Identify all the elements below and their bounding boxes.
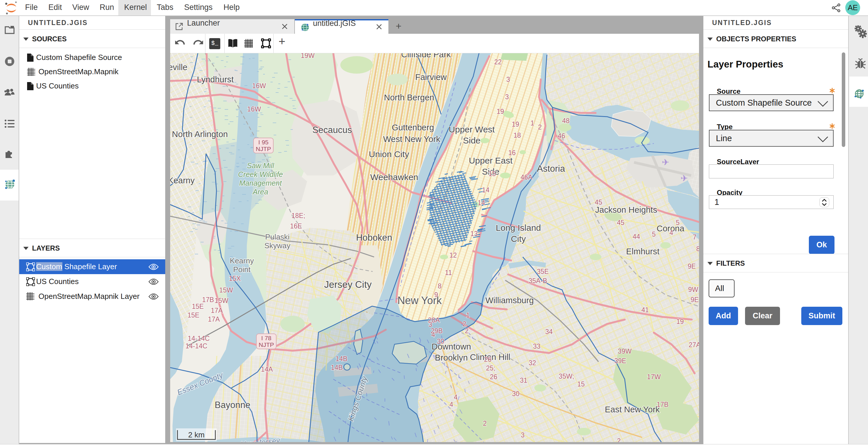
svg-text:4: 4	[450, 401, 454, 408]
svg-text:Kearny: Kearny	[170, 176, 195, 185]
svg-text:41: 41	[641, 306, 649, 314]
svg-text:Bayonne: Bayonne	[215, 400, 250, 410]
svg-text:Point: Point	[233, 265, 251, 274]
svg-text:14A: 14A	[261, 366, 273, 373]
svg-text:18E;: 18E;	[291, 212, 305, 219]
svg-text:14-14C: 14-14C	[188, 335, 210, 342]
svg-text:8: 8	[696, 245, 699, 252]
svg-text:39E: 39E	[615, 357, 626, 365]
svg-text:5: 5	[676, 219, 680, 227]
svg-text:5: 5	[652, 231, 656, 238]
svg-text:33: 33	[533, 343, 540, 350]
svg-text:Cliffside Park: Cliffside Park	[401, 53, 451, 59]
svg-text:Side: Side	[463, 136, 480, 145]
svg-text:East New York: East New York	[605, 405, 660, 414]
svg-text:Guttenberg: Guttenberg	[392, 123, 434, 132]
svg-text:30: 30	[437, 338, 444, 345]
svg-text:22: 22	[494, 58, 502, 66]
svg-text:15W: 15W	[214, 297, 228, 304]
svg-text:3: 3	[521, 431, 525, 439]
svg-text:35A-B: 35A-B	[529, 277, 547, 285]
svg-text:✈: ✈	[680, 173, 688, 183]
svg-text:46: 46	[558, 132, 565, 140]
svg-text:18: 18	[514, 132, 521, 139]
svg-text:Area: Area	[252, 188, 268, 196]
svg-text:15E: 15E	[188, 311, 199, 319]
svg-text:31: 31	[520, 377, 527, 384]
svg-text:Union City: Union City	[369, 149, 409, 159]
svg-text:44: 44	[632, 233, 640, 240]
svg-text:4: 4	[454, 393, 458, 401]
svg-text:9E: 9E	[690, 296, 699, 304]
svg-text:19: 19	[676, 318, 684, 325]
svg-text:1: 1	[531, 119, 534, 127]
svg-text:2 km: 2 km	[188, 431, 205, 439]
svg-text:19: 19	[512, 121, 519, 128]
svg-text:16W: 16W	[247, 105, 261, 113]
svg-text:Fairview: Fairview	[415, 72, 447, 82]
svg-text:Jersey City: Jersey City	[324, 279, 372, 290]
svg-text:12: 12	[449, 251, 457, 259]
svg-text:16: 16	[508, 149, 516, 157]
svg-text:Upper East: Upper East	[469, 156, 513, 165]
svg-text:9: 9	[434, 291, 438, 299]
svg-text:Skyway: Skyway	[264, 241, 290, 250]
svg-text:3: 3	[505, 93, 509, 101]
svg-text:17B: 17B	[202, 296, 214, 304]
svg-text:11: 11	[445, 269, 452, 276]
svg-text:17B: 17B	[657, 401, 669, 408]
svg-text:Jackson Heights: Jackson Heights	[595, 205, 657, 214]
svg-text:2: 2	[617, 437, 621, 442]
svg-text:North Arlington: North Arlington	[172, 130, 228, 139]
svg-text:8: 8	[438, 282, 442, 290]
svg-text:35E: 35E	[537, 268, 549, 275]
svg-text:Lyndhurst: Lyndhurst	[197, 75, 234, 84]
svg-text:Weehawken: Weehawken	[370, 172, 418, 182]
svg-text:Management: Management	[239, 179, 282, 187]
svg-text:NJTP: NJTP	[259, 341, 274, 348]
svg-text:19: 19	[496, 108, 504, 115]
svg-text:9W: 9W	[688, 286, 699, 294]
svg-text:North Bergen: North Bergen	[384, 93, 434, 102]
svg-text:17A: 17A	[211, 307, 223, 314]
svg-text:19W: 19W	[301, 53, 315, 59]
svg-text:17W: 17W	[647, 373, 661, 381]
svg-text:West New York: West New York	[383, 134, 440, 144]
svg-text:3: 3	[429, 321, 432, 328]
svg-text:15E: 15E	[192, 303, 204, 310]
svg-text:7: 7	[693, 233, 697, 241]
svg-text:eville: eville	[170, 63, 187, 72]
svg-text:15: 15	[488, 170, 496, 177]
svg-text:I 95: I 95	[258, 139, 268, 145]
svg-text:35W;: 35W;	[559, 373, 574, 380]
svg-text:15W: 15W	[219, 286, 233, 294]
svg-text:45: 45	[617, 219, 624, 227]
svg-text:4: 4	[432, 331, 435, 339]
svg-text:46A: 46A	[521, 173, 533, 181]
svg-text:9E: 9E	[688, 263, 696, 270]
svg-text:16W: 16W	[252, 82, 266, 90]
svg-text:30: 30	[512, 390, 520, 398]
svg-text:NJTP: NJTP	[256, 145, 271, 152]
svg-text:45: 45	[595, 199, 602, 206]
svg-text:Brooklyn: Brooklyn	[435, 353, 468, 362]
svg-text:Saw Mill: Saw Mill	[247, 162, 275, 170]
svg-text:2: 2	[483, 420, 487, 427]
svg-text:Elmhurst: Elmhurst	[626, 247, 659, 256]
svg-text:2: 2	[463, 320, 466, 328]
svg-text:14B: 14B	[336, 355, 348, 363]
svg-text:32: 32	[529, 359, 536, 367]
svg-text:15X: 15X	[229, 275, 241, 282]
svg-text:Upper West: Upper West	[449, 125, 495, 134]
svg-text:27A: 27A	[689, 341, 699, 349]
svg-text:39W: 39W	[618, 347, 632, 355]
svg-text:16E: 16E	[290, 222, 302, 230]
svg-text:48: 48	[562, 117, 570, 125]
svg-text:3: 3	[506, 76, 510, 83]
svg-text:34: 34	[545, 328, 553, 336]
svg-text:2: 2	[538, 124, 542, 131]
svg-text:13: 13	[470, 230, 478, 238]
svg-text:14: 14	[482, 186, 490, 194]
svg-text:Pulaski: Pulaski	[265, 233, 290, 241]
svg-text:26: 26	[490, 373, 497, 381]
